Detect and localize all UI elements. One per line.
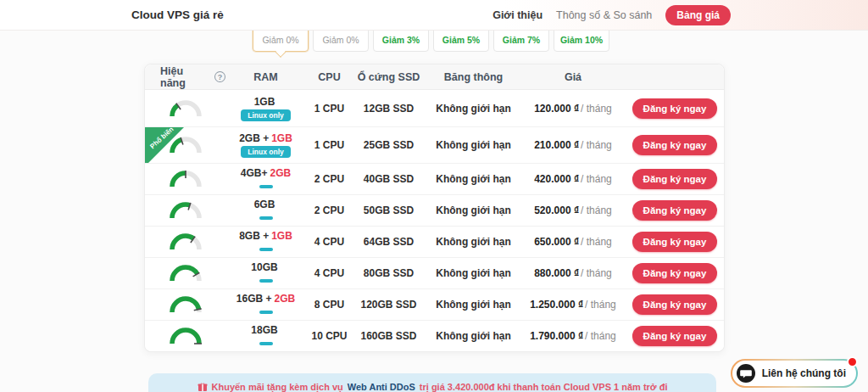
ssd-cell: 80GB SSD bbox=[353, 267, 425, 279]
ssd-cell: 40GB SSD bbox=[353, 173, 425, 185]
dang-ky-ngay-button[interactable]: Đăng ký ngay bbox=[632, 326, 718, 346]
ram-bonus: 2GB bbox=[275, 293, 296, 305]
linux-only-badge: Linux only bbox=[241, 109, 291, 121]
tab-discount: Giảm 7% bbox=[494, 33, 548, 47]
column-label: Hiệu năng bbox=[160, 65, 210, 89]
currency-symbol: ₫ bbox=[574, 139, 579, 151]
column-hieu-nang: Hiệu năng ? bbox=[145, 65, 225, 89]
promo-text: Khuyến mãi tặng kèm dịch vụ Web Anti DDo… bbox=[198, 382, 668, 392]
promo-banner: Khuyến mãi tặng kèm dịch vụ Web Anti DDo… bbox=[148, 373, 716, 392]
price-value: 420.000 bbox=[534, 173, 570, 185]
performance-gauge-icon bbox=[168, 266, 203, 278]
cpu-cell: 10 CPU bbox=[306, 330, 353, 342]
promo-prefix: Khuyến mãi tặng kèm dịch vụ bbox=[212, 382, 343, 392]
table-header-row: Hiệu năng ? RAM CPU Ổ cứng SSD Băng thôn… bbox=[145, 64, 724, 90]
table-row: 10GB 4 CPU 80GB SSD Không giới hạn 880.0… bbox=[145, 257, 724, 288]
dang-ky-ngay-button[interactable]: Đăng ký ngay bbox=[632, 169, 718, 189]
tab-discount: Giảm 5% bbox=[434, 33, 488, 47]
performance-cell bbox=[145, 98, 225, 120]
performance-gauge-icon bbox=[168, 102, 203, 114]
nav-gioi-thieu[interactable]: Giới thiệu bbox=[492, 9, 542, 21]
performance-cell bbox=[145, 168, 225, 190]
bandwidth-cell: Không giới hạn bbox=[425, 330, 522, 342]
dang-ky-ngay-button[interactable]: Đăng ký ngay bbox=[632, 294, 718, 315]
ram-bonus: 1GB bbox=[271, 230, 292, 242]
ram-cell: 10GB bbox=[225, 261, 306, 285]
ssd-cell: 12GB SSD bbox=[353, 103, 425, 115]
chat-gradient-border: Liên hệ chúng tôi bbox=[731, 359, 858, 388]
price-cell: 120.000 ₫/ tháng bbox=[522, 103, 624, 115]
bandwidth-cell: Không giới hạn bbox=[425, 173, 522, 185]
ssd-cell: 64GB SSD bbox=[353, 236, 425, 248]
currency-symbol: ₫ bbox=[574, 103, 579, 115]
ssd-cell: 120GB SSD bbox=[353, 299, 425, 311]
notification-dot bbox=[847, 356, 858, 367]
ram-value: 18GB bbox=[225, 324, 306, 336]
currency-symbol: ₫ bbox=[578, 330, 583, 342]
dang-ky-ngay-button[interactable]: Đăng ký ngay bbox=[632, 263, 718, 283]
price-cell: 880.000 ₫/ tháng bbox=[522, 267, 624, 279]
dang-ky-ngay-button[interactable]: Đăng ký ngay bbox=[632, 98, 718, 119]
linux-only-badge bbox=[259, 248, 273, 251]
ram-value: 16GB +2GB bbox=[225, 293, 306, 305]
ssd-cell: 160GB SSD bbox=[353, 330, 425, 342]
ram-value: 2GB +1GB bbox=[225, 132, 306, 144]
nav-thong-so-so-sanh[interactable]: Thông số & So sánh bbox=[556, 9, 652, 21]
price-value: 1.790.000 bbox=[530, 330, 575, 342]
dang-ky-ngay-button[interactable]: Đăng ký ngay bbox=[632, 232, 718, 252]
action-cell: Đăng ký ngay bbox=[624, 263, 726, 283]
bandwidth-cell: Không giới hạn bbox=[425, 299, 522, 311]
bang-gia-button[interactable]: Bảng giá bbox=[665, 5, 731, 25]
performance-cell bbox=[145, 199, 225, 221]
cpu-cell: 2 CPU bbox=[306, 173, 353, 185]
performance-gauge-icon bbox=[168, 172, 203, 184]
contact-chat-widget[interactable]: Liên hệ chúng tôi bbox=[731, 359, 858, 388]
performance-gauge-icon bbox=[168, 204, 203, 216]
linux-only-badge bbox=[259, 342, 273, 345]
ram-bonus: 1GB bbox=[271, 132, 292, 144]
linux-only-badge bbox=[259, 311, 273, 314]
column-ram: RAM bbox=[225, 71, 306, 83]
action-cell: Đăng ký ngay bbox=[624, 169, 726, 189]
performance-cell bbox=[145, 262, 225, 284]
currency-symbol: ₫ bbox=[574, 236, 579, 248]
ssd-cell: 25GB SSD bbox=[353, 139, 425, 151]
bandwidth-cell: Không giới hạn bbox=[425, 139, 522, 151]
price-cell: 1.790.000 ₫/ tháng bbox=[522, 330, 624, 342]
performance-cell bbox=[145, 294, 225, 316]
linux-only-badge bbox=[259, 216, 273, 220]
action-cell: Đăng ký ngay bbox=[624, 232, 726, 252]
ram-value: 4GB+2GB bbox=[225, 167, 306, 179]
tab-discount: Giảm 3% bbox=[374, 33, 428, 47]
column-gia: Giá bbox=[522, 71, 624, 83]
chat-pill: Liên hệ chúng tôi bbox=[732, 361, 856, 386]
bandwidth-cell: Không giới hạn bbox=[425, 103, 522, 115]
column-ssd: Ổ cứng SSD bbox=[353, 71, 425, 83]
ram-cell: 6GB bbox=[225, 199, 306, 222]
performance-cell: Phổ biến bbox=[145, 134, 225, 156]
action-cell: Đăng ký ngay bbox=[624, 200, 726, 221]
table-row: Phổ biến 2GB +1GB Linux only 1 CPU 25GB … bbox=[145, 126, 724, 163]
table-row: 4GB+2GB 2 CPU 40GB SSD Không giới hạn 42… bbox=[145, 163, 724, 194]
help-icon[interactable]: ? bbox=[214, 71, 225, 82]
speech-bubble-icon bbox=[736, 363, 756, 384]
performance-gauge-icon bbox=[168, 298, 203, 310]
bandwidth-cell: Không giới hạn bbox=[425, 267, 522, 279]
table-row: 8GB +1GB 4 CPU 64GB SSD Không giới hạn 6… bbox=[145, 226, 724, 257]
dang-ky-ngay-button[interactable]: Đăng ký ngay bbox=[632, 200, 718, 221]
column-cpu: CPU bbox=[306, 71, 353, 83]
bandwidth-cell: Không giới hạn bbox=[425, 236, 522, 248]
chat-label: Liên hệ chúng tôi bbox=[762, 367, 846, 379]
page-title: Cloud VPS giá rẻ bbox=[131, 8, 224, 21]
ram-bonus: 2GB bbox=[270, 167, 292, 179]
price-cell: 420.000 ₫/ tháng bbox=[522, 173, 624, 185]
price-value: 880.000 bbox=[534, 267, 570, 279]
currency-symbol: ₫ bbox=[574, 173, 579, 185]
active-tab-caret bbox=[275, 47, 287, 58]
price-cell: 650.000 ₫/ tháng bbox=[522, 236, 624, 248]
price-value: 520.000 bbox=[534, 204, 570, 216]
action-cell: Đăng ký ngay bbox=[624, 294, 726, 315]
table-row: 18GB 10 CPU 160GB SSD Không giới hạn 1.7… bbox=[145, 320, 724, 351]
performance-gauge-icon bbox=[168, 329, 203, 341]
dang-ky-ngay-button[interactable]: Đăng ký ngay bbox=[632, 135, 718, 155]
